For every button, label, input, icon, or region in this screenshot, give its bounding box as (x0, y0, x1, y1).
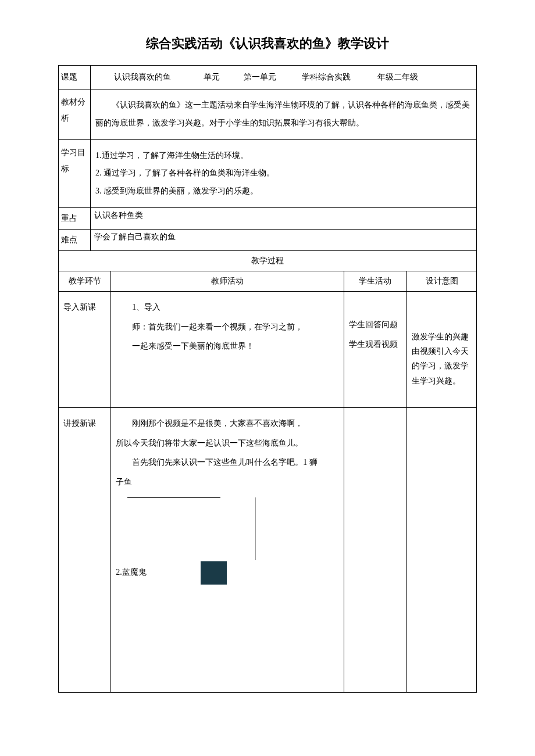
lesson-plan-table: 课题 认识我喜欢的鱼 单元 第一单元 学科综合实践 年级二年级 教材分析 《认识… (58, 65, 477, 693)
difficulty-text: 学会了解自己喜欢的鱼 (91, 229, 477, 250)
intro-t3: 一起来感受一下美丽的海底世界！ (116, 336, 339, 356)
teach-t4: 子鱼 (116, 472, 339, 492)
grade-label: 年级二年级 (363, 72, 433, 83)
topic-value: 认识我喜欢的鱼 (93, 72, 192, 83)
goals-content: 1.通过学习，了解了海洋生物生活的环境。 2. 通过学习，了解了各种各样的鱼类和… (91, 139, 477, 207)
analysis-content: 《认识我喜欢的鱼》这一主题活动来自学生海洋生物环境的了解，认识各种各样的海底鱼类… (91, 89, 477, 140)
intro-student: 学生回答问题 学生观看视频 (344, 291, 406, 407)
col-intent: 设计意图 (407, 271, 477, 291)
goal-2: 2. 通过学习，了解了各种各样的鱼类和海洋生物。 (95, 164, 472, 182)
image-placeholder-1 (127, 497, 220, 556)
process-header-row: 教学过程 (59, 250, 477, 271)
intro-t2: 师：首先我们一起来看一个视频，在学习之前， (116, 317, 339, 337)
keypoint-row: 重占 认识各种鱼类 (59, 207, 477, 229)
topic-row: 课题 认识我喜欢的鱼 单元 第一单元 学科综合实践 年级二年级 (59, 66, 477, 89)
col-student: 学生活动 (344, 271, 406, 291)
keypoint-text: 认识各种鱼类 (91, 207, 477, 229)
column-header-row: 教学环节 教师活动 学生活动 设计意图 (59, 271, 477, 291)
analysis-row: 教材分析 《认识我喜欢的鱼》这一主题活动来自学生海洋生物环境的了解，认识各种各样… (59, 89, 477, 140)
col-env: 教学环节 (59, 271, 111, 291)
teach-teacher: 刚刚那个视频是不是很美，大家喜不喜欢海啊， 所以今天我们将带大家一起认识一下这些… (111, 407, 344, 692)
page-title: 综合实践活动《认识我喜欢的鱼》教学设计 (58, 35, 477, 52)
image-placeholder-2 (201, 561, 227, 585)
subject-label: 学科综合实践 (291, 72, 361, 83)
intro-env: 导入新课 (59, 291, 111, 407)
unit-label: 单元 (194, 72, 229, 83)
difficulty-label: 难点 (59, 229, 91, 250)
analysis-label: 教材分析 (59, 89, 91, 140)
teach-intent (407, 407, 477, 692)
teach-row: 讲授新课 刚刚那个视频是不是很美，大家喜不喜欢海啊， 所以今天我们将带大家一起认… (59, 407, 477, 692)
goals-row: 学习目标 1.通过学习，了解了海洋生物生活的环境。 2. 通过学习，了解了各种各… (59, 139, 477, 207)
goals-label: 学习目标 (59, 139, 91, 207)
intro-s1: 学生回答问题 (349, 315, 402, 335)
intro-i2: 由视频引入今天的学习，激发学生学习兴趣。 (412, 344, 472, 388)
intro-s2: 学生观看视频 (349, 335, 402, 354)
goal-1: 1.通过学习，了解了海洋生物生活的环境。 (95, 147, 472, 165)
teach-t3: 首先我们先来认识一下这些鱼儿叫什么名字吧。1 狮 (116, 453, 339, 472)
unit-value: 第一单元 (231, 72, 289, 83)
teach-t1: 刚刚那个视频是不是很美，大家喜不喜欢海啊， (116, 414, 339, 433)
difficulty-row: 难点 学会了解自己喜欢的鱼 (59, 229, 477, 250)
intro-i1: 激发学生的兴趣 (412, 329, 472, 344)
teach-env: 讲授新课 (59, 407, 111, 692)
process-header: 教学过程 (59, 250, 477, 271)
topic-label: 课题 (59, 66, 91, 89)
teach-t2: 所以今天我们将带大家一起认识一下这些海底鱼儿。 (116, 433, 339, 453)
goal-3: 3. 感受到海底世界的美丽，激发学习的乐趣。 (95, 182, 472, 200)
intro-t1: 1、导入 (116, 298, 339, 317)
intro-row: 导入新课 1、导入 师：首先我们一起来看一个视频，在学习之前， 一起来感受一下美… (59, 291, 477, 407)
intro-intent: 激发学生的兴趣 由视频引入今天的学习，激发学生学习兴趣。 (407, 291, 477, 407)
divider-line (255, 497, 256, 560)
col-teacher: 教师活动 (111, 271, 344, 291)
teach-t5: 2.蓝魔鬼 (116, 568, 147, 577)
teach-student (344, 407, 406, 692)
intro-teacher: 1、导入 师：首先我们一起来看一个视频，在学习之前， 一起来感受一下美丽的海底世… (111, 291, 344, 407)
analysis-text: 《认识我喜欢的鱼》这一主题活动来自学生海洋生物环境的了解，认识各种各样的海底鱼类… (95, 96, 472, 132)
topic-content: 认识我喜欢的鱼 单元 第一单元 学科综合实践 年级二年级 (91, 66, 477, 89)
keypoint-label: 重占 (59, 207, 91, 229)
